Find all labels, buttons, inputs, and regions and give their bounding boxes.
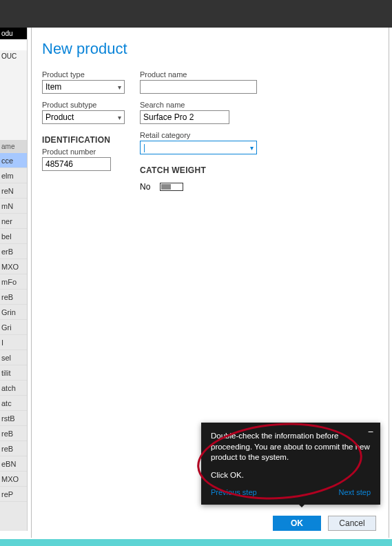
- product-subtype-value: Product: [45, 112, 74, 122]
- bg-row[interactable]: erB: [0, 244, 27, 259]
- bg-row[interactable]: mFo: [0, 274, 27, 290]
- product-number-input-wrap: [42, 157, 111, 171]
- product-subtype-select[interactable]: Product ▾: [42, 110, 125, 124]
- dialog-footer: OK Cancel: [273, 516, 376, 531]
- tooltip-body: Double-check the information before proc…: [211, 431, 371, 463]
- ok-button[interactable]: OK: [273, 516, 321, 531]
- bottom-accent-bar: [0, 539, 392, 546]
- app-topbar: [0, 0, 392, 28]
- chevron-down-icon: ▾: [118, 114, 121, 121]
- bg-row[interactable]: elm: [0, 168, 27, 183]
- bg-row[interactable]: Gri: [0, 320, 27, 335]
- product-type-value: Item: [45, 82, 61, 92]
- bg-spacer: [0, 39, 27, 50]
- product-name-input[interactable]: [143, 81, 254, 92]
- search-name-label: Search name: [140, 101, 229, 109]
- text-cursor-icon: |: [143, 143, 145, 152]
- bg-row[interactable]: bel: [0, 229, 27, 244]
- product-number-input[interactable]: [45, 159, 107, 170]
- bg-row[interactable]: tilit: [0, 365, 27, 381]
- bg-row[interactable]: Grin: [0, 305, 27, 320]
- new-product-dialog: New product Product type Item ▾ Product …: [31, 28, 389, 538]
- bg-row[interactable]: ner: [0, 214, 27, 229]
- tooltip-next-link[interactable]: Next step: [339, 487, 371, 498]
- bg-row[interactable]: mN: [0, 199, 27, 214]
- bg-row[interactable]: reB: [0, 290, 27, 305]
- bg-column-header: ame: [0, 140, 27, 153]
- bg-row[interactable]: eBN: [0, 456, 27, 472]
- product-type-select[interactable]: Item ▾: [42, 80, 125, 94]
- bg-row[interactable]: MXO: [0, 472, 27, 487]
- catch-weight-value: No: [140, 182, 150, 192]
- retail-category-select[interactable]: | ▾: [140, 141, 257, 154]
- search-name-input[interactable]: [143, 112, 226, 123]
- retail-category-label: Retail category: [140, 131, 257, 139]
- bg-row[interactable]: reP: [0, 487, 27, 502]
- product-subtype-label: Product subtype: [42, 101, 125, 109]
- product-name-input-wrap: [140, 80, 257, 94]
- tooltip-prev-link[interactable]: Previous step: [211, 487, 257, 498]
- bg-row[interactable]: reB: [0, 426, 27, 441]
- bg-row[interactable]: I: [0, 335, 27, 350]
- product-type-label: Product type: [42, 70, 125, 79]
- tooltip-close-button[interactable]: −: [368, 428, 373, 435]
- bg-row[interactable]: atc: [0, 396, 27, 411]
- bg-row[interactable]: MXO: [0, 259, 27, 274]
- product-number-label: Product number: [42, 148, 125, 156]
- bg-row[interactable]: cce: [0, 153, 27, 168]
- catch-weight-header: CATCH WEIGHT: [140, 165, 257, 175]
- background-grid: odu OUC ame cceelmreNmNnerbelerBMXOmFore…: [0, 28, 28, 531]
- tooltip-action: Click OK.: [211, 470, 371, 481]
- chevron-down-icon: ▾: [250, 144, 254, 152]
- bg-row[interactable]: sel: [0, 350, 27, 365]
- guidance-tooltip: − Double-check the information before pr…: [201, 423, 380, 505]
- identification-header: IDENTIFICATION: [42, 135, 125, 145]
- bg-row[interactable]: reB: [0, 441, 27, 456]
- bg-gap: OUC: [0, 50, 27, 140]
- dialog-title: New product: [42, 40, 389, 58]
- search-name-input-wrap: [140, 110, 229, 124]
- catch-weight-toggle[interactable]: [160, 183, 183, 191]
- chevron-down-icon: ▾: [118, 83, 121, 91]
- cancel-button[interactable]: Cancel: [328, 516, 376, 531]
- bg-row[interactable]: atch: [0, 381, 27, 396]
- bg-row[interactable]: reN: [0, 183, 27, 199]
- product-name-label: Product name: [140, 70, 257, 79]
- bg-tab: odu: [0, 28, 27, 39]
- bg-row[interactable]: rstB: [0, 411, 27, 426]
